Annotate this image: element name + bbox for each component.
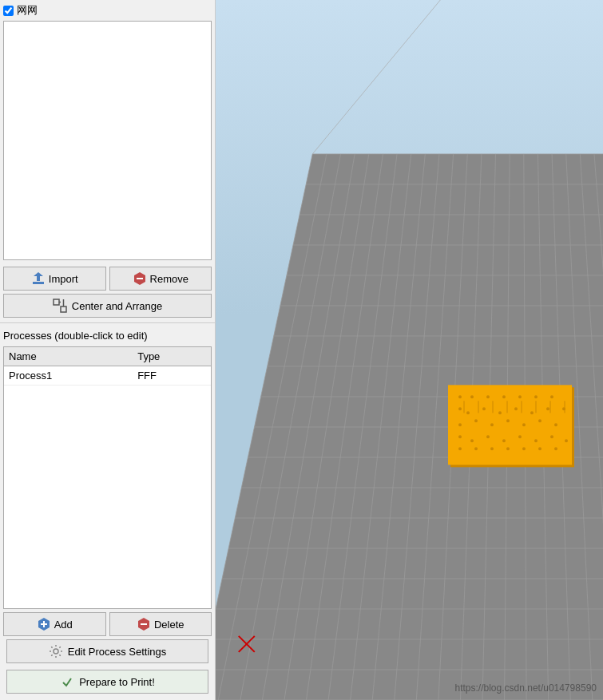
print-icon	[60, 674, 74, 689]
process-table-header-type: Type	[133, 347, 211, 366]
svg-rect-5	[61, 306, 66, 312]
left-panel: 网网 Import Remove Center and Arra	[0, 0, 216, 700]
center-arrange-button[interactable]: Center and Arrange	[3, 294, 212, 318]
svg-rect-4	[54, 299, 59, 305]
delete-button[interactable]: Delete	[109, 612, 212, 636]
edit-process-button[interactable]: Edit Process Settings	[6, 639, 208, 663]
viewport: https://blog.csdn.net/u014798590	[216, 0, 603, 700]
process-table-header-row: Name Type	[4, 347, 211, 366]
import-icon	[31, 271, 46, 286]
process-type-cell: FFF	[133, 366, 211, 386]
remove-button[interactable]: Remove	[109, 267, 212, 291]
svg-rect-1	[33, 282, 44, 284]
object-list[interactable]	[3, 21, 212, 260]
table-row[interactable]: Process1 FFF	[4, 366, 211, 386]
arrange-icon	[53, 299, 67, 313]
delete-icon	[137, 617, 151, 631]
process-label: Processes (double-click to edit)	[3, 328, 212, 343]
svg-rect-12	[141, 623, 147, 625]
object-list-header: 网网	[3, 3, 212, 18]
import-remove-row: Import Remove	[0, 263, 215, 294]
divider-1	[0, 322, 215, 323]
add-button[interactable]: Add	[3, 612, 106, 636]
process-section: Processes (double-click to edit) Name Ty…	[0, 325, 215, 700]
object-checkbox[interactable]	[3, 6, 14, 16]
add-icon	[37, 617, 51, 631]
object-list-container: 网网	[0, 0, 215, 263]
object-header-label: 网网	[17, 3, 38, 18]
svg-point-13	[54, 649, 58, 654]
process-table-container[interactable]: Name Type Process1 FFF	[3, 346, 212, 609]
svg-marker-0	[34, 272, 43, 281]
add-delete-row: Add Delete	[3, 609, 212, 639]
watermark: https://blog.csdn.net/u014798590	[455, 682, 597, 694]
process-table-header-name: Name	[4, 347, 133, 366]
svg-rect-3	[137, 278, 143, 279]
settings-icon	[49, 644, 63, 658]
process-table-body: Process1 FFF	[4, 366, 211, 386]
process-table: Name Type Process1 FFF	[4, 347, 211, 386]
import-button[interactable]: Import	[3, 267, 106, 291]
prepare-print-button[interactable]: Prepare to Print!	[6, 670, 208, 694]
viewport-canvas	[216, 0, 603, 700]
process-name-cell: Process1	[4, 366, 133, 386]
svg-rect-10	[41, 623, 47, 625]
remove-icon	[133, 271, 147, 286]
